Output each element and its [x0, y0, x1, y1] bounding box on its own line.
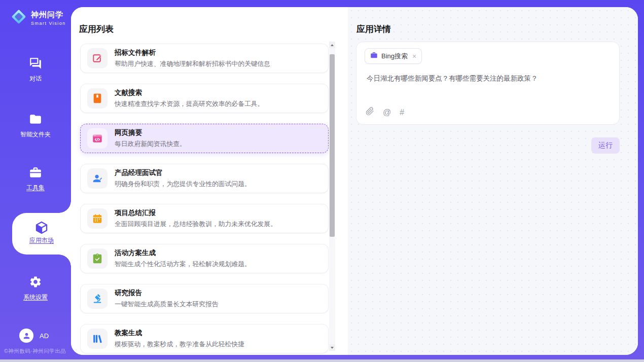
sidebar-item-label: 对话 [29, 75, 42, 83]
prompt-card: Bing搜索 × 今日湖北有哪些新闻要点？有哪些需要关注的最新政策？ @ # [356, 42, 620, 125]
app-detail-panel: 应用详情 Bing搜索 × 今日湖北有哪些新闻要点？有哪些需要关注的最新政策？ … [348, 7, 638, 355]
mention-icon[interactable]: @ [383, 108, 391, 117]
app-list-title: 应用列表 [79, 23, 114, 35]
sidebar: 神州问学 Smart Vision 对话 智能文件夹 工具集 [0, 0, 71, 362]
sidebar-item-settings[interactable]: 系统设置 [0, 275, 71, 302]
prompt-toolbar: @ # [366, 107, 404, 118]
list-item-event-plan[interactable]: 活动方案生成 智能生成个性化活动方案，轻松解决规划难题。 [80, 244, 329, 273]
icon-box [87, 128, 108, 149]
scroll-up-icon[interactable] [329, 42, 335, 48]
list-item-project-summary[interactable]: 项目总结汇报 全面回顾项目进展，总结经验教训，助力未来优化发展。 [80, 204, 329, 233]
hash-icon[interactable]: # [400, 108, 404, 117]
user-name: AD [40, 332, 49, 340]
run-button[interactable]: 运行 [591, 137, 620, 154]
app-name: 教案生成 [115, 329, 244, 338]
app-window: 神州问学 Smart Vision 对话 智能文件夹 工具集 [0, 0, 644, 362]
sidebar-item-smart-folder[interactable]: 智能文件夹 [0, 113, 71, 139]
icon-box [87, 329, 108, 349]
list-item-literature-search[interactable]: 文献搜索 快速精准查找学术资源，提高研究效率的必备工具。 [80, 84, 329, 113]
app-description: 明确身份和职责，为您提供专业性的面试问题。 [115, 180, 251, 189]
icon-box [87, 248, 108, 269]
app-list: 招标文件解析 帮助用户快速、准确地理解和解析招标书中的关键信息 文献搜索 快速精… [80, 44, 329, 355]
list-item-pm-interviewer[interactable]: 产品经理面试官 明确身份和职责，为您提供专业性的面试问题。 [80, 164, 329, 193]
app-name: 网页摘要 [115, 128, 186, 137]
sidebar-item-label: 系统设置 [23, 293, 48, 302]
scrollbar[interactable] [329, 42, 335, 351]
folder-icon [0, 113, 71, 127]
icon-box [87, 288, 108, 309]
browser-code-icon [92, 133, 103, 144]
briefcase-icon [370, 51, 378, 61]
brand: 神州问学 Smart Vision [10, 8, 66, 27]
tool-tag-label: Bing搜索 [381, 52, 408, 61]
attachment-icon[interactable] [366, 107, 374, 118]
app-description: 快速精准查找学术资源，提高研究效率的必备工具。 [115, 100, 264, 108]
sidebar-item-label: 应用市场 [29, 236, 54, 245]
app-name: 文献搜索 [115, 88, 264, 97]
icon-box [87, 48, 108, 68]
app-name: 活动方案生成 [115, 248, 251, 258]
books-icon [92, 333, 103, 344]
scroll-down-icon[interactable] [329, 344, 335, 351]
list-item-web-summary[interactable]: 网页摘要 每日政府新闻资讯快查。 [80, 124, 329, 153]
edit-square-icon [92, 53, 103, 64]
app-name: 招标文件解析 [115, 48, 270, 57]
person-interview-icon [92, 173, 103, 184]
app-list-panel: 应用列表 招标文件解析 帮助用户快速、准确地理解和解析招标书中的关键信息 [71, 7, 348, 355]
app-description: 一键智能生成高质量长文本研究报告 [115, 300, 219, 309]
app-detail-title: 应用详情 [356, 23, 391, 35]
brand-name: 神州问学 [31, 10, 66, 20]
copyright-footer: ©神州数码·神州问学出品 [4, 348, 66, 355]
cube-icon [12, 220, 71, 234]
app-description: 每日政府新闻资讯快查。 [115, 140, 186, 149]
sidebar-item-toolset[interactable]: 工具集 [0, 166, 71, 192]
clipboard-check-icon [92, 253, 103, 264]
close-icon[interactable]: × [412, 53, 416, 60]
main-card: 应用列表 招标文件解析 帮助用户快速、准确地理解和解析招标书中的关键信息 [71, 7, 638, 355]
app-name: 项目总结汇报 [115, 208, 277, 218]
app-name: 产品经理面试官 [115, 168, 251, 177]
microscope-icon [92, 293, 103, 304]
list-item-bid-analysis[interactable]: 招标文件解析 帮助用户快速、准确地理解和解析招标书中的关键信息 [80, 44, 329, 73]
app-description: 全面回顾项目进展，总结经验教训，助力未来优化发展。 [115, 220, 277, 229]
brand-logo-icon [10, 8, 27, 27]
icon-box [87, 208, 108, 229]
brand-subtitle: Smart Vision [31, 21, 66, 26]
tool-tag-bing-search[interactable]: Bing搜索 × [365, 48, 422, 64]
avatar-person-icon [22, 332, 31, 340]
sidebar-item-chat[interactable]: 对话 [0, 57, 71, 83]
app-description: 智能生成个性化活动方案，轻松解决规划难题。 [115, 260, 251, 269]
toolbox-icon [0, 166, 71, 180]
list-item-lesson-plan[interactable]: 教案生成 模板驱动，教案秒成，教学准备从此轻松快捷 [80, 324, 329, 353]
icon-box [87, 88, 108, 108]
app-description: 帮助用户快速、准确地理解和解析招标书中的关键信息 [115, 60, 270, 68]
sidebar-item-label: 智能文件夹 [20, 130, 51, 139]
app-description: 模板驱动，教案秒成，教学准备从此轻松快捷 [115, 340, 244, 349]
scrollbar-thumb[interactable] [330, 54, 335, 237]
sidebar-item-app-market[interactable]: 应用市场 [12, 213, 71, 255]
gear-icon [0, 275, 71, 289]
calendar-icon [92, 213, 103, 224]
user-profile[interactable]: AD [19, 329, 49, 343]
chat-icon [0, 57, 71, 71]
avatar [19, 329, 33, 343]
app-name: 研究报告 [115, 288, 219, 298]
window-bottom-strip [0, 359, 644, 362]
icon-box [87, 168, 108, 189]
book-icon [92, 93, 103, 104]
list-item-research-report[interactable]: 研究报告 一键智能生成高质量长文本研究报告 [80, 284, 329, 313]
prompt-input[interactable]: 今日湖北有哪些新闻要点？有哪些需要关注的最新政策？ [367, 74, 609, 84]
sidebar-item-label: 工具集 [26, 184, 45, 192]
